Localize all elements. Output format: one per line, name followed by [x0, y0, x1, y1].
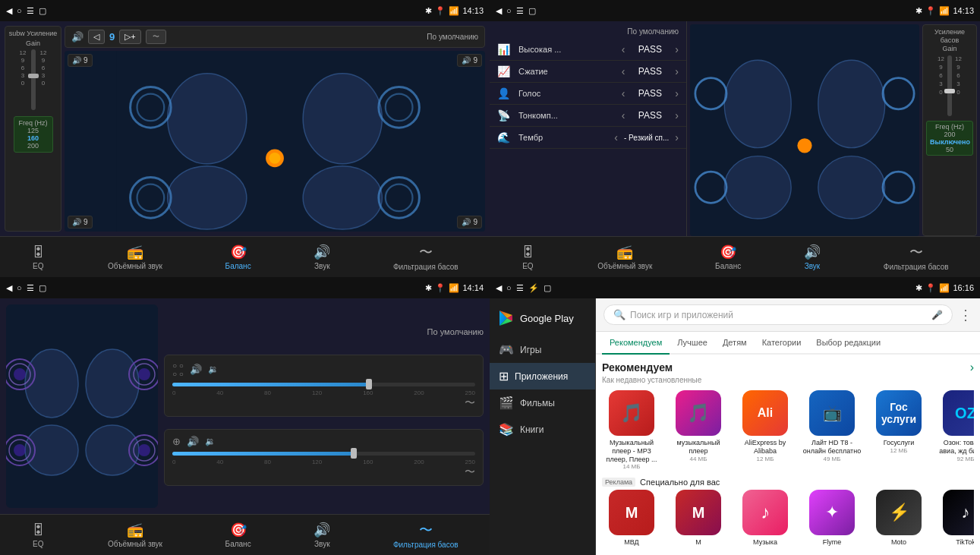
compress-eq-right-arrow[interactable]: › — [675, 65, 679, 77]
vol-minus-btn[interactable]: ◁ — [88, 30, 105, 44]
svg-point-14 — [269, 153, 281, 164]
nav-sound-q2[interactable]: 🔊 Звук — [804, 244, 821, 270]
wave-shape-btn[interactable]: 〜 — [146, 30, 166, 44]
balance-icon-q1: 🎯 — [230, 244, 247, 260]
svg-point-2 — [303, 74, 382, 164]
back-btn-q3[interactable]: ◀ — [6, 283, 12, 293]
app-icon-moto: ⚡ — [876, 490, 922, 535]
back-btn-q1[interactable]: ◀ — [6, 6, 12, 16]
slider1-track[interactable] — [172, 383, 475, 386]
nav-balance-q2[interactable]: 🎯 Баланс — [715, 244, 741, 270]
menu-btn-q4[interactable]: ☰ — [516, 283, 524, 293]
app-name-lai: Лайт HD T8 - онлайн бесплатно — [802, 439, 862, 456]
eq-label-q3: EQ — [33, 540, 43, 548]
app-card-ali[interactable]: Ali AliExpress by Alibaba 12 МБ — [736, 390, 795, 470]
slider2-thumb[interactable] — [351, 448, 357, 459]
nav-sound-q3[interactable]: 🔊 Звук — [314, 522, 330, 548]
recommend-more-arrow[interactable]: › — [970, 361, 974, 374]
tab-recommend[interactable]: Рекомендуем — [602, 332, 670, 355]
nav-sound-q1[interactable]: 🔊 Звук — [314, 244, 330, 270]
high-eq-icon: 📊 — [497, 43, 512, 55]
tab-best[interactable]: Лучшее — [670, 332, 715, 353]
app-card-moto[interactable]: ⚡ Moto — [869, 490, 928, 547]
books-nav-label: Книги — [520, 424, 544, 435]
nav-bass-q3[interactable]: 〜 Фильтрация басов — [393, 521, 458, 549]
app-card-music1[interactable]: 🎵 Музыкальный плеер - МР3 плеер, Плеер .… — [602, 390, 661, 470]
dots-menu-play[interactable]: ⋮ — [959, 307, 972, 323]
tab-categories[interactable]: Категории — [755, 332, 809, 353]
play-search-input[interactable]: 🔍 Поиск игр и приложений 🎤 — [603, 304, 953, 325]
app-card-music2[interactable]: 🎵 музыкальный плеер 44 МБ — [669, 390, 728, 470]
menu-btn-q2[interactable]: ☰ — [516, 6, 524, 16]
menu-btn-q3[interactable]: ☰ — [27, 283, 34, 293]
slider2-wave-end: 〜 — [172, 465, 475, 479]
vol-plus-btn[interactable]: ▷+ — [119, 30, 140, 44]
nav-eq-q1[interactable]: 🎛 EQ — [31, 244, 45, 270]
nav-bass-q1[interactable]: 〜 Фильтрация басов — [393, 243, 458, 271]
slider2-track[interactable] — [172, 452, 475, 456]
nav-bass-q2[interactable]: 〜 Фильтрация басов — [884, 243, 949, 271]
tab-editors-choice[interactable]: Выбор редакции — [808, 332, 888, 353]
high-eq-left-arrow[interactable]: ‹ — [622, 43, 625, 55]
slider1-fill — [172, 383, 369, 386]
tone-eq-right-arrow[interactable]: › — [675, 109, 679, 121]
compress-eq-left-arrow[interactable]: ‹ — [622, 65, 625, 77]
home-btn-q3[interactable]: ○ — [17, 283, 22, 292]
play-nav-books[interactable]: 📚 Книги — [490, 416, 595, 443]
app-card-gos[interactable]: Госуслуги Госуслуги 12 МБ — [869, 390, 928, 470]
screen-btn-q3[interactable]: ▢ — [39, 283, 46, 293]
menu-btn-q1[interactable]: ☰ — [27, 6, 34, 16]
home-btn-q2[interactable]: ○ — [506, 6, 512, 15]
app-card-oz[interactable]: OZ Озон: товары, авиа, жд билеты 92 МБ — [936, 390, 974, 470]
nav-surround-q1[interactable]: 📻 Объёмный звук — [108, 244, 162, 270]
back-btn-q4[interactable]: ◀ — [496, 283, 502, 293]
nav-eq-q2[interactable]: 🎛 EQ — [521, 244, 534, 270]
app-card-tiktok[interactable]: ♪ TikTok — [936, 490, 974, 547]
svg-point-26 — [25, 349, 78, 418]
app-icon-tiktok: ♪ — [943, 490, 974, 535]
bass-gain-subtitle: Gain — [942, 45, 956, 52]
screen-btn-q4[interactable]: ▢ — [544, 283, 551, 293]
play-nav-movies[interactable]: 🎬 Фильмы — [490, 389, 595, 416]
app-name-ali: AliExpress by Alibaba — [736, 439, 795, 456]
car-svg-q3 — [6, 304, 158, 508]
slider1-thumb[interactable] — [366, 379, 372, 389]
gain-slider-thumb[interactable] — [28, 74, 39, 78]
tone-eq-left-arrow[interactable]: ‹ — [622, 109, 625, 121]
home-btn-q4[interactable]: ○ — [506, 283, 512, 292]
app-card-flyme[interactable]: ✦ Flyme — [802, 490, 862, 547]
app-card-m2[interactable]: М М — [669, 490, 728, 547]
nav-surround-q2[interactable]: 📻 Объёмный звук — [597, 244, 652, 270]
app-size-ali: 12 МБ — [756, 456, 774, 462]
nav-surround-q3[interactable]: 📻 Объёмный звук — [108, 522, 162, 548]
voice-eq-right-arrow[interactable]: › — [675, 87, 679, 99]
play-nav-games[interactable]: 🎮 Игры — [490, 336, 595, 363]
screen-btn-q1[interactable]: ▢ — [39, 6, 46, 16]
mic-icon-play[interactable]: 🎤 — [931, 310, 943, 320]
car-diagram: 🔊9 🔊9 🔊9 🔊9 — [65, 51, 485, 232]
nav-balance-q3[interactable]: 🎯 Баланс — [225, 522, 251, 548]
app-card-mvd[interactable]: М МВД — [602, 490, 661, 547]
freq-label: Freq (Hz) — [19, 119, 48, 127]
back-btn-q2[interactable]: ◀ — [496, 6, 502, 16]
gain-slider-track[interactable] — [31, 49, 36, 110]
bass-slider-thumb[interactable] — [944, 89, 955, 93]
tab-kids[interactable]: Детям — [715, 332, 755, 353]
nav-balance-q1[interactable]: 🎯 Баланс — [225, 244, 251, 270]
subwoofer-gain-panel: subw Усиление Gain 12 9 6 3 0 12 9 — [5, 26, 61, 232]
app-card-lai[interactable]: 📺 Лайт HD T8 - онлайн бесплатно 49 МБ — [802, 390, 862, 470]
gain-scales: 12 9 6 3 0 12 9 6 3 0 — [20, 49, 47, 110]
app-card-music-ad[interactable]: ♪ Музыка — [736, 490, 795, 547]
timbre-eq-left-arrow[interactable]: ‹ — [614, 131, 618, 143]
timbre-eq-right-arrow[interactable]: › — [675, 131, 679, 143]
high-eq-right-arrow[interactable]: › — [675, 43, 679, 55]
bass-slider-track[interactable] — [947, 55, 952, 116]
rear-right-speaker: 🔊9 — [457, 216, 482, 229]
voice-eq-left-arrow[interactable]: ‹ — [622, 87, 625, 99]
play-nav-apps[interactable]: ⊞ Приложения — [490, 363, 595, 389]
home-btn-q1[interactable]: ○ — [17, 6, 22, 15]
balance-label-q3: Баланс — [225, 540, 251, 548]
svg-point-32 — [14, 368, 26, 380]
screen-btn-q2[interactable]: ▢ — [528, 6, 536, 16]
nav-eq-q3[interactable]: 🎛 EQ — [31, 522, 45, 548]
